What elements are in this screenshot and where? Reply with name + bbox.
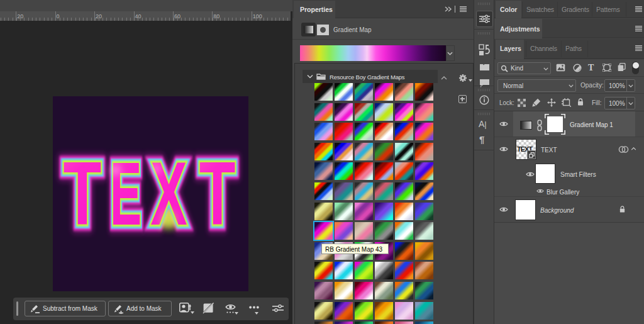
svg-text:E: E <box>110 143 142 243</box>
svg-text:T: T <box>199 144 236 244</box>
svg-text:T: T <box>64 143 102 243</box>
